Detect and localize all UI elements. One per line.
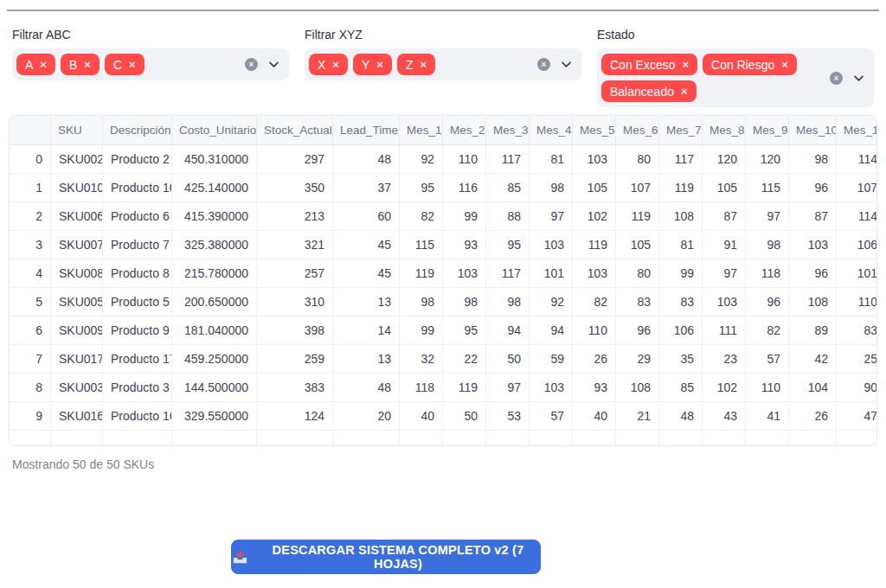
column-header-Mes_5[interactable]: Mes_5	[573, 116, 616, 145]
table-cell: 41	[746, 402, 789, 431]
tag-label: C	[113, 58, 122, 72]
table-cell: 47	[837, 402, 877, 431]
remove-tag-icon[interactable]: ×	[682, 59, 689, 70]
column-header-Mes_11[interactable]: Mes_11	[837, 116, 877, 145]
table-cell: 103	[530, 231, 573, 259]
column-header-SKU[interactable]: SKU	[51, 116, 103, 145]
table-cell	[659, 431, 703, 446]
row-index-cell: 9	[10, 402, 51, 431]
remove-tag-icon[interactable]: ×	[681, 86, 688, 97]
table-cell: 110	[837, 288, 877, 316]
multiselect-input[interactable]: A×B×C××	[12, 48, 289, 80]
table-cell: 40	[400, 402, 443, 431]
selected-tag: Z×	[397, 54, 435, 75]
table-cell: 91	[703, 231, 746, 259]
table-cell: 42	[789, 345, 837, 374]
table-cell: Producto 10	[103, 174, 172, 202]
column-header-Costo_Unitario[interactable]: Costo_Unitario	[172, 116, 257, 145]
remove-tag-icon[interactable]: ×	[420, 59, 427, 70]
selected-tag: Con Exceso×	[601, 54, 697, 75]
table-cell: 87	[703, 202, 746, 231]
column-header-Mes_9[interactable]: Mes_9	[746, 116, 789, 145]
chevron-down-icon[interactable]	[852, 72, 865, 85]
table-cell: 383	[257, 374, 333, 402]
row-index-cell: 0	[10, 145, 51, 174]
table-cell: SKU017	[51, 345, 103, 374]
table-header-row: SKUDescripciónCosto_UnitarioStock_Actual…	[10, 116, 877, 145]
clear-all-icon[interactable]: ×	[830, 72, 843, 85]
table-cell	[573, 431, 616, 446]
data-table[interactable]: SKUDescripciónCosto_UnitarioStock_Actual…	[9, 115, 877, 446]
table-row: 8SKU003Producto 3144.5000003834811811997…	[10, 374, 877, 402]
table-cell: 117	[486, 145, 530, 174]
table-cell: 32	[400, 345, 443, 374]
table-cell: 103	[703, 288, 746, 316]
table-cell	[837, 431, 877, 446]
table-cell: 105	[616, 231, 659, 259]
table-cell: 115	[400, 231, 443, 259]
table-cell: 13	[333, 345, 400, 374]
table-cell	[703, 431, 746, 446]
table-cell: 35	[659, 345, 703, 374]
table-cell: SKU003	[51, 374, 103, 402]
column-header-Mes_10[interactable]: Mes_10	[789, 116, 837, 145]
table-cell: 85	[486, 174, 530, 202]
select-controls: ×	[530, 58, 573, 71]
column-header-Mes_7[interactable]: Mes_7	[659, 116, 703, 145]
remove-tag-icon[interactable]: ×	[129, 59, 136, 70]
remove-tag-icon[interactable]: ×	[332, 59, 339, 70]
column-header-Mes_4[interactable]: Mes_4	[530, 116, 573, 145]
table-cell: 95	[400, 174, 443, 202]
column-header-Mes_8[interactable]: Mes_8	[703, 116, 746, 145]
table-cell: 80	[616, 145, 659, 174]
multiselect-input[interactable]: Con Exceso×Con Riesgo×Balanceado××	[597, 48, 874, 107]
column-header-Descripción[interactable]: Descripción	[103, 116, 172, 145]
column-header-Mes_2[interactable]: Mes_2	[443, 116, 486, 145]
table-cell: 450.310000	[172, 145, 257, 174]
table-cell: 85	[659, 374, 703, 402]
table-cell: 459.250000	[172, 345, 257, 374]
table-cell: 57	[530, 402, 573, 431]
column-header-index[interactable]	[10, 116, 51, 145]
clear-all-icon[interactable]: ×	[537, 58, 550, 71]
table-cell: 111	[703, 316, 746, 345]
chevron-down-icon[interactable]	[267, 58, 280, 71]
column-header-Mes_1[interactable]: Mes_1	[400, 116, 443, 145]
table-row: 0SKU002Producto 2450.3100002974892110117…	[10, 145, 877, 174]
filter-label: Filtrar ABC	[12, 28, 289, 42]
column-header-Stock_Actual[interactable]: Stock_Actual	[257, 116, 333, 145]
table-cell: 82	[573, 288, 616, 316]
table-cell	[616, 431, 659, 446]
remove-tag-icon[interactable]: ×	[781, 59, 788, 70]
remove-tag-icon[interactable]: ×	[84, 59, 91, 70]
selected-tag: Con Riesgo×	[703, 54, 797, 75]
table-cell: 82	[746, 316, 789, 345]
table-cell: SKU016	[51, 402, 103, 431]
table-cell: 50	[486, 345, 530, 374]
table-cell	[443, 431, 486, 446]
selected-tag: C×	[105, 54, 144, 75]
table-cell	[10, 431, 51, 446]
table-cell: 107	[616, 174, 659, 202]
row-index-cell: 6	[10, 316, 51, 345]
remove-tag-icon[interactable]: ×	[376, 59, 383, 70]
table-cell: 325.380000	[172, 231, 257, 259]
table-cell: SKU006	[51, 202, 103, 231]
table-cell	[257, 431, 333, 446]
filter-label: Estado	[597, 28, 874, 42]
clear-all-icon[interactable]: ×	[245, 58, 258, 71]
remove-tag-icon[interactable]: ×	[40, 59, 47, 70]
table-cell: 107	[837, 174, 877, 202]
download-button[interactable]: DESCARGAR SISTEMA COMPLETO v2 (7 HOJAS)	[231, 540, 541, 574]
chevron-down-icon[interactable]	[560, 58, 573, 71]
column-header-Mes_6[interactable]: Mes_6	[616, 116, 659, 145]
column-header-Mes_3[interactable]: Mes_3	[486, 116, 530, 145]
row-index-cell: 7	[10, 345, 51, 374]
multiselect-input[interactable]: X×Y×Z××	[305, 48, 581, 80]
column-header-Lead_Time[interactable]: Lead_Time	[333, 116, 400, 145]
select-controls: ×	[238, 58, 280, 71]
table-cell: 96	[789, 174, 837, 202]
table-cell: 83	[616, 288, 659, 316]
table-cell: SKU010	[51, 174, 103, 202]
tag-label: Con Exceso	[610, 58, 675, 72]
